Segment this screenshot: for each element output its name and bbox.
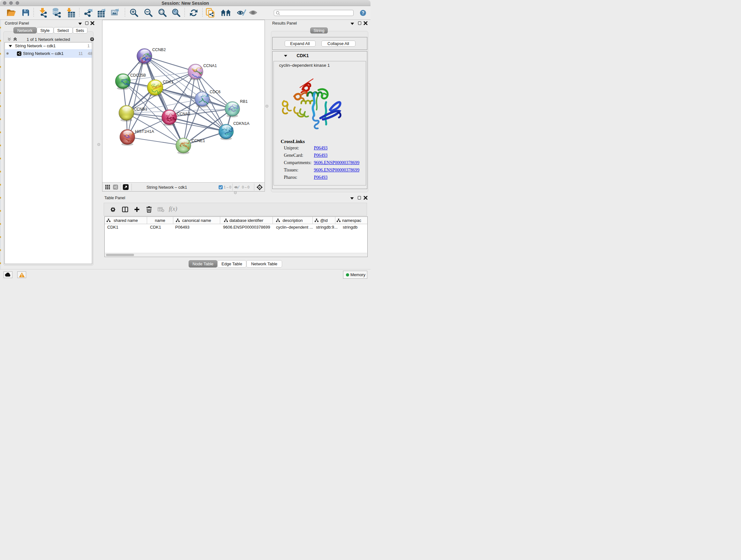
svg-text:CDC6: CDC6 (210, 90, 220, 94)
svg-text:RB1: RB1 (240, 99, 248, 104)
svg-text:CCNA2: CCNA2 (177, 112, 190, 116)
svg-text:CCNA1: CCNA1 (203, 64, 217, 68)
svg-text:CCNE1: CCNE1 (192, 138, 205, 143)
svg-text:CCNB2: CCNB2 (152, 48, 165, 52)
svg-text:CDC25B: CDC25B (130, 73, 146, 78)
svg-text:HIST1H1A: HIST1H1A (135, 129, 154, 134)
svg-text:CDKN1A: CDKN1A (233, 121, 250, 126)
svg-text:CCNB1: CCNB1 (134, 107, 147, 111)
svg-text:CDK1: CDK1 (163, 80, 173, 84)
